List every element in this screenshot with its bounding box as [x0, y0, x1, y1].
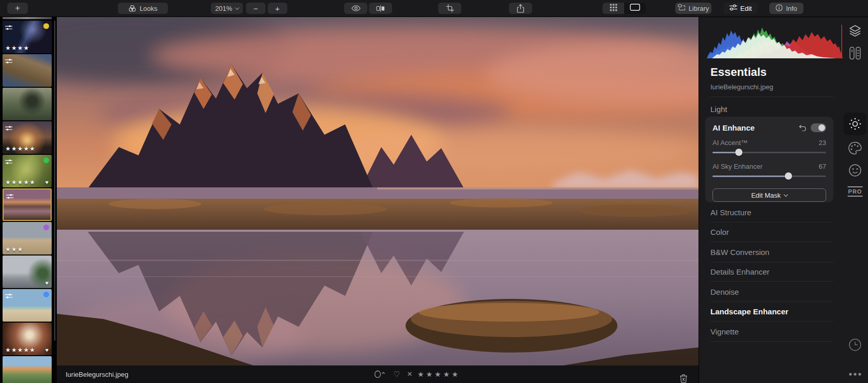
favorite-heart-icon: ♥: [45, 280, 49, 286]
trash-delete-button[interactable]: [679, 370, 688, 383]
zoom-level-dropdown[interactable]: 201%: [211, 3, 243, 14]
thumbnail-vestrahorn-sunset-selected[interactable]: [3, 188, 52, 221]
luminar-app-window: + Looks 201% − +: [0, 0, 868, 383]
tool-label: B&W Conversion: [710, 248, 769, 257]
single-image-icon: [630, 4, 640, 13]
compare-split-icon: [376, 5, 385, 12]
crop-icon: [446, 4, 454, 12]
right-icon-rail: PRO: [842, 17, 868, 383]
histogram[interactable]: [704, 21, 844, 58]
tab-info[interactable]: Info: [769, 3, 803, 14]
color-label-dot: [43, 225, 49, 230]
minus-icon: −: [254, 4, 258, 13]
panel-filename: IurieBelegurschi.jpeg: [710, 83, 773, 91]
eye-icon: [351, 5, 361, 11]
clear-rating-button[interactable]: ×: [407, 365, 412, 383]
thumbnail-night-sky[interactable]: ★★★★: [3, 21, 52, 53]
plus-icon: +: [275, 4, 280, 13]
essentials-tools-group-active[interactable]: [844, 113, 866, 135]
slider-track: [712, 175, 826, 177]
edit-mask-button[interactable]: Edit Mask: [712, 188, 826, 202]
tool-label: AI Structure: [710, 208, 751, 217]
photo-canvas[interactable]: [57, 17, 699, 365]
favorite-heart-button[interactable]: ♡: [393, 365, 400, 383]
thumbnail-partial[interactable]: [3, 17, 52, 19]
edited-adjustments-icon: [5, 23, 12, 33]
ai-sky-enhancer-slider[interactable]: [712, 172, 826, 180]
add-photos-button[interactable]: +: [7, 3, 28, 14]
filmstrip-scrollbar[interactable]: [54, 21, 55, 341]
slider-knob[interactable]: [735, 149, 742, 156]
compare-before-after-button[interactable]: [369, 3, 392, 14]
ai-accent-slider[interactable]: [712, 149, 826, 156]
pro-tools-badge[interactable]: PRO: [848, 186, 863, 197]
thumbnail-forest-path[interactable]: ★★★★★ ♥: [3, 155, 52, 187]
zoom-in-button[interactable]: +: [268, 3, 287, 14]
thumbnail-valley-sunset[interactable]: ★★★★★: [3, 121, 52, 154]
info-icon: [776, 4, 783, 13]
ai-accent-value: 23: [819, 139, 826, 147]
layers-icon[interactable]: [848, 24, 862, 39]
thumbnail-alpine-valley[interactable]: [3, 356, 52, 383]
grid-icon: [610, 4, 617, 13]
share-icon: [517, 4, 524, 13]
slider-fill: [712, 175, 788, 177]
panel-title: Essentials: [710, 66, 767, 79]
more-options-icon[interactable]: [848, 369, 862, 378]
portrait-smiley-icon[interactable]: [848, 164, 862, 179]
edit-history-panels-icon[interactable]: [849, 46, 861, 62]
ai-enhance-toggle[interactable]: [811, 123, 826, 132]
chevron-down-icon: [784, 192, 788, 196]
reset-undo-icon[interactable]: [799, 124, 807, 131]
tool-label: Landscape Enhancer: [710, 307, 788, 316]
slider-knob[interactable]: [785, 172, 792, 180]
zoom-level-value: 201%: [215, 5, 232, 12]
chevron-down-icon: [235, 5, 239, 9]
crop-button[interactable]: [438, 3, 461, 14]
star-rating: ★★★★★: [5, 145, 36, 152]
photo-star-rating[interactable]: ★★★★★: [417, 365, 460, 383]
looks-button[interactable]: Looks: [118, 3, 168, 14]
edit-sliders-icon: [729, 4, 737, 12]
thumbnail-canyon-cliffs[interactable]: [3, 54, 52, 87]
color-label-dot: [43, 157, 49, 163]
creative-palette-icon[interactable]: [848, 141, 862, 157]
zoom-out-button[interactable]: −: [246, 3, 266, 14]
top-toolbar: + Looks 201% − +: [0, 0, 868, 17]
thumbnail-beach-portrait[interactable]: ★★★: [3, 222, 52, 254]
ai-accent-label: AI Accent™: [712, 139, 748, 147]
gallery-grid-view-button[interactable]: [602, 3, 624, 14]
export-share-button[interactable]: [509, 3, 532, 14]
edited-adjustments-icon: [5, 157, 12, 167]
thumbnail-lifeguard-tower[interactable]: [3, 289, 52, 322]
edited-adjustments-icon: [6, 192, 13, 201]
favorite-heart-icon: ♥: [45, 179, 49, 185]
tab-info-label: Info: [786, 5, 797, 12]
tool-label: Vignette: [710, 327, 739, 336]
thumbnail-canyon-cave[interactable]: ★★★★★ ♥: [3, 323, 52, 355]
tab-library[interactable]: Library: [675, 3, 711, 14]
color-label-dot: [43, 292, 49, 297]
star-rating: ★★★★: [5, 44, 29, 52]
thumbnail-mossy-crag[interactable]: [3, 88, 52, 120]
tab-edit[interactable]: Edit: [723, 3, 757, 14]
divider: [710, 97, 833, 97]
ai-enhance-card: AI Enhance AI Accent™ 23 AI Sky Enhancer…: [705, 117, 833, 202]
edited-adjustments-icon: [5, 292, 12, 301]
thumbnail-city-street[interactable]: ♥: [3, 256, 52, 288]
star-rating: ★★★★★: [5, 179, 36, 186]
quick-preview-button[interactable]: [344, 3, 367, 14]
favorite-heart-icon: ♥: [45, 347, 49, 353]
single-image-view-button[interactable]: [624, 3, 646, 14]
slider-track: [712, 152, 826, 153]
tab-edit-label: Edit: [740, 5, 752, 12]
edit-mask-label: Edit Mask: [751, 191, 781, 199]
tab-library-label: Library: [689, 5, 709, 12]
edit-status-dropdown[interactable]: [374, 365, 385, 383]
looks-venn-icon: [128, 5, 136, 12]
toggle-knob: [818, 124, 825, 131]
history-clock-icon[interactable]: [848, 338, 862, 354]
library-stack-icon: [678, 4, 686, 12]
tool-section-light[interactable]: Light: [710, 105, 727, 114]
ai-sky-enhancer-label: AI Sky Enhancer: [712, 163, 763, 170]
